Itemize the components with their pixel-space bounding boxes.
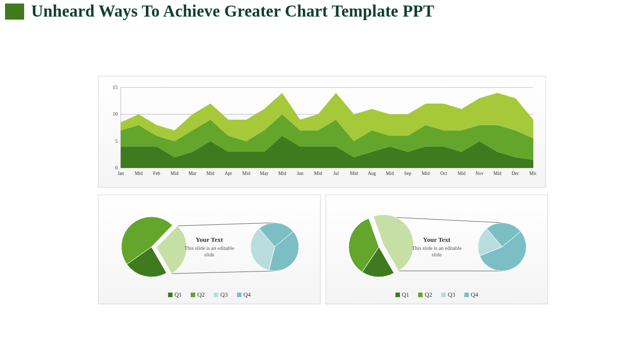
svg-text:Feb: Feb [153, 171, 160, 176]
page-title: Unheard Ways To Achieve Greater Chart Te… [31, 2, 434, 21]
legend-item: Q2 [191, 291, 205, 299]
callout-title: Your Text [407, 235, 467, 243]
callout-title: Your Text [179, 235, 239, 243]
svg-text:Jul: Jul [333, 171, 339, 176]
pie-card-right: Your Text This slide is an editable slid… [326, 195, 548, 304]
svg-text:Mid: Mid [458, 171, 466, 176]
svg-text:Mid: Mid [350, 171, 358, 176]
svg-text:Mid: Mid [529, 171, 536, 176]
svg-line-33 [178, 223, 275, 226]
svg-text:Apr: Apr [225, 171, 233, 176]
svg-text:Mid: Mid [171, 171, 179, 176]
svg-text:Mid: Mid [386, 171, 394, 176]
legend-item: Q1 [168, 291, 182, 299]
charts-container: 051015JanMidFebMidMarMidAprMidMayMidJunM… [98, 76, 546, 304]
legend-left: Q1Q2Q3Q4 [168, 291, 251, 299]
title-accent-square [5, 4, 24, 20]
callout-left: Your Text This slide is an editable slid… [179, 235, 239, 257]
svg-text:Mid: Mid [278, 171, 286, 176]
svg-text:Mar: Mar [189, 171, 197, 176]
svg-text:Jun: Jun [297, 171, 303, 176]
svg-text:Dec: Dec [512, 171, 519, 176]
svg-text:Sep: Sep [404, 171, 411, 176]
pie-body-right: Your Text This slide is an editable slid… [331, 202, 542, 291]
svg-text:Mid: Mid [494, 171, 502, 176]
legend-item: Q4 [237, 291, 251, 299]
svg-text:May: May [260, 171, 269, 176]
svg-text:Aug: Aug [368, 171, 376, 176]
legend-item: Q4 [464, 291, 478, 299]
svg-text:Mid: Mid [314, 171, 322, 176]
svg-text:Mid: Mid [206, 171, 214, 176]
area-chart-svg: 051015JanMidFebMidMarMidAprMidMayMidJunM… [108, 83, 536, 182]
pie-body-left: Your Text This slide is an editable slid… [104, 202, 315, 291]
svg-text:Mid: Mid [422, 171, 430, 176]
svg-line-34 [172, 271, 275, 274]
svg-text:0: 0 [115, 165, 118, 170]
legend-right: Q1Q2Q3Q4 [395, 291, 478, 299]
svg-text:5: 5 [115, 138, 118, 144]
svg-text:Jan: Jan [118, 171, 124, 176]
legend-item: Q1 [395, 291, 410, 299]
legend-item: Q2 [418, 291, 432, 299]
svg-text:10: 10 [113, 111, 118, 117]
area-chart-card: 051015JanMidFebMidMarMidAprMidMayMidJunM… [98, 76, 546, 188]
svg-text:15: 15 [113, 84, 118, 90]
svg-text:Oct: Oct [440, 171, 447, 176]
callout-sub: This slide is an editable slide [407, 244, 467, 257]
svg-text:Nov: Nov [475, 171, 484, 176]
callout-sub: This slide is an editable slide [179, 244, 239, 257]
svg-text:Mid: Mid [243, 171, 251, 176]
pie-card-left: Your Text This slide is an editable slid… [98, 195, 320, 304]
svg-text:Mid: Mid [135, 171, 143, 176]
title-bar: Unheard Ways To Achieve Greater Chart Te… [0, 0, 644, 21]
legend-item: Q3 [441, 291, 455, 299]
legend-item: Q3 [214, 291, 228, 299]
callout-right: Your Text This slide is an editable slid… [407, 235, 467, 257]
